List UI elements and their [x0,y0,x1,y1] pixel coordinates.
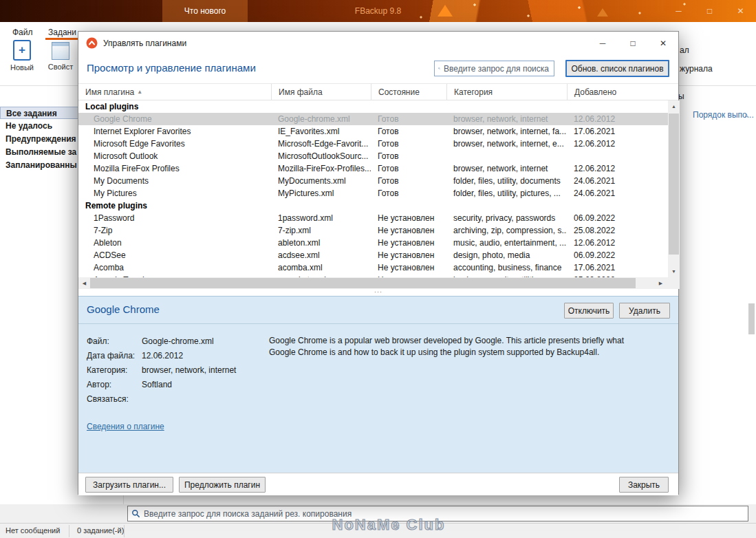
horizontal-scrollbar-thumb[interactable] [90,278,636,288]
cell-category: browser, network, internet [446,113,567,125]
properties-button[interactable]: Свойст [43,40,78,83]
column-header-plugin-name[interactable]: Имя плагина▲ [78,84,271,100]
column-header-file-name[interactable]: Имя файла [271,84,371,100]
cell-added: 24.06.2021 [567,187,668,200]
table-row[interactable]: Microsoft Edge Favorites Microsoft-Edge-… [78,138,668,150]
dialog-footer-close-button[interactable]: Закрыть [619,477,669,493]
cell-state: Готов [371,138,446,150]
fbackup-main-window: Что нового FBackup 9.8 ─ □ ✕ Файл Задани… [0,0,756,538]
field-contact: Связаться: [87,392,236,407]
cell-added: 25.08.2022 [567,224,668,237]
cell-state: Готов [371,162,446,175]
download-plugin-button[interactable]: Загрузить плагин... [85,477,173,493]
cell-category: browser, network, internet, e... [446,138,567,150]
status-separator [69,525,69,537]
delete-plugin-button[interactable]: Удалить [619,303,670,319]
whats-new-tab[interactable]: Что нового [162,0,248,22]
table-vertical-scrollbar[interactable]: ▲ ▼ [668,100,680,277]
properties-icon [52,42,69,60]
scroll-left-icon[interactable]: ◀ [78,277,90,289]
table-row[interactable]: Acomba acomba.xml Не установлен accounti… [78,261,668,274]
cell-file-name: Mozilla-FireFox-Profiles... [271,162,371,175]
status-messages: Нет сообщений [6,526,60,535]
column-header-added[interactable]: Добавлено [567,84,678,100]
cell-file-name: acdsee.xml [271,249,371,261]
cell-added: 06.09.2022 [567,249,668,261]
table-row[interactable]: Internet Explorer Favorites IE_Favorites… [78,125,668,138]
new-document-icon: + [13,40,31,61]
cell-file-name: Google-chrome.xml [271,113,371,125]
table-horizontal-scrollbar[interactable]: ◀ ▶ [78,277,680,289]
table-row[interactable]: Ableton ableton.xml Не установлен music,… [78,237,668,249]
main-list-scrollbar-thumb[interactable] [748,303,755,334]
cell-added: 06.09.2022 [567,212,668,224]
table-row[interactable]: 7-Zip 7-zip.xml Не установлен archiving,… [78,224,668,237]
plugin-search-input[interactable] [444,64,550,74]
dialog-footer: Загрузить плагин... Предложить плагин За… [78,473,678,495]
tab-file[interactable]: Файл [10,25,36,40]
cell-plugin-name: Mozilla FireFox Profiles [78,162,271,175]
panel-splitter[interactable]: ··· [78,289,678,296]
close-button[interactable]: ✕ [725,0,756,22]
new-task-label: Новый [10,63,34,72]
maximize-button[interactable]: □ [694,0,725,22]
cell-file-name: ableton.xml [271,237,371,249]
table-row[interactable]: My Documents MyDocuments.xml Готов folde… [78,175,668,187]
cell-category: browser, network, internet [446,162,567,175]
cell-category: security, privacy, passwords [446,212,567,224]
table-row[interactable]: ACDSee acdsee.xml Не установлен design, … [78,249,668,261]
task-search-box[interactable] [127,506,748,521]
details-plugin-title: Google Chrome [87,303,160,315]
table-row[interactable]: Google Chrome Google-chrome.xml Готов br… [78,113,668,125]
table-row[interactable]: My Pictures MyPictures.xml Готов folder,… [78,187,668,200]
field-file: Файл:Google-chrome.xml [87,334,236,349]
cell-file-name: IE_Favorites.xml [271,125,371,138]
window-title: FBackup 9.8 [0,0,756,22]
cell-category: music, audio, entertainment, ... [446,237,567,249]
cell-plugin-name: 7-Zip [78,224,271,237]
cell-state: Готов [371,187,446,200]
cell-added [567,150,668,162]
plugin-description: Google Chrome is a popular web browser d… [269,335,652,358]
details-fields: Файл:Google-chrome.xml Дата файла:12.06.… [87,334,236,407]
cell-plugin-name: Microsoft Outlook [78,150,271,162]
table-row[interactable]: 1Password 1password.xml Не установлен se… [78,212,668,224]
vertical-scrollbar-thumb[interactable] [669,114,679,255]
dialog-header: Просмотр и управление плагинами Обнов. с… [78,54,678,83]
refresh-plugin-list-button[interactable]: Обнов. список плагинов [565,60,669,77]
dialog-minimize-button[interactable]: ─ [587,32,618,54]
details-divider [78,323,678,324]
scroll-right-icon[interactable]: ▶ [655,277,667,289]
scroll-down-icon[interactable]: ▼ [668,266,680,277]
cell-state: Не установлен [371,249,446,261]
cell-category: browser, network, internet, fa... [446,125,567,138]
suggest-plugin-button[interactable]: Предложить плагин [179,477,266,493]
dialog-close-button[interactable]: ✕ [648,32,678,54]
dialog-maximize-button[interactable]: □ [618,32,648,54]
cell-plugin-name: Google Chrome [78,113,271,125]
column-header-category[interactable]: Категория [446,84,567,100]
new-task-button[interactable]: + Новый [4,40,40,83]
field-value: browser, network, internet [142,365,236,375]
tab-tasks[interactable]: Задани [45,25,79,40]
disable-plugin-button[interactable]: Отключить [564,303,614,319]
cell-state: Не установлен [371,224,446,237]
scroll-up-icon[interactable]: ▲ [668,100,680,112]
table-row[interactable]: Microsoft Outlook MicrosoftOutlookSourc.… [78,150,668,162]
plugin-search-box[interactable] [434,61,554,76]
table-group-row: Remote plugins [78,200,668,212]
cell-category: accounting, business, finance [446,261,567,274]
task-search-input[interactable] [144,509,744,519]
column-header-state[interactable]: Состояние [371,84,446,100]
dialog-controls: ─ □ ✕ [587,32,678,54]
content-fragment-1: ы [678,92,684,101]
table-row[interactable]: Mozilla FireFox Profiles Mozilla-FireFox… [78,162,668,175]
plugin-info-link[interactable]: Сведения о плагине [87,422,164,431]
minimize-button[interactable]: ─ [663,0,694,22]
statusbar: Нет сообщений 0 задание(-й) [0,523,756,538]
cell-file-name: Microsoft-Edge-Favorit... [271,138,371,150]
field-label: Файл: [87,334,142,349]
window-controls: ─ □ ✕ [663,0,756,22]
cell-state: Готов [371,175,446,187]
titlebar-triangle-decoration-2 [597,8,608,17]
